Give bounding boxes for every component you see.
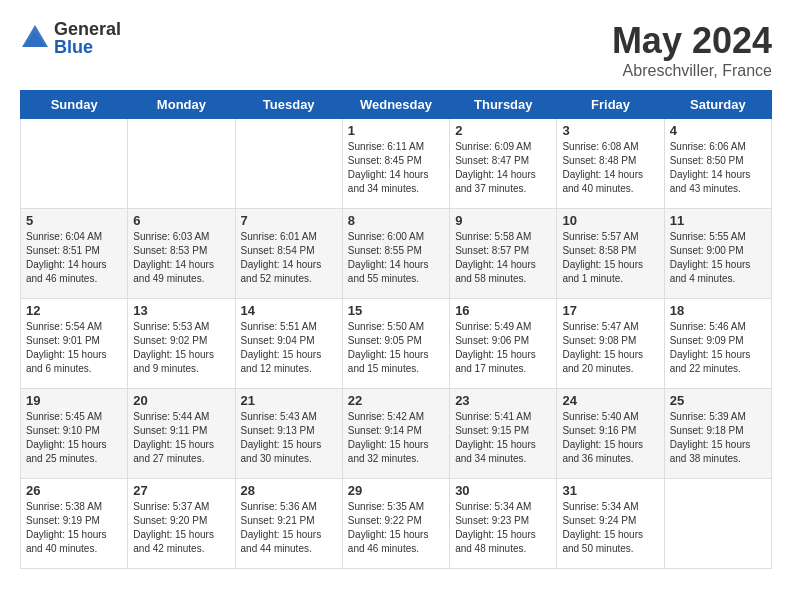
week-row-4: 19Sunrise: 5:45 AMSunset: 9:10 PMDayligh…	[21, 389, 772, 479]
calendar-cell	[21, 119, 128, 209]
day-number: 24	[562, 393, 658, 408]
calendar-cell: 6Sunrise: 6:03 AMSunset: 8:53 PMDaylight…	[128, 209, 235, 299]
calendar-cell	[664, 479, 771, 569]
calendar-cell: 3Sunrise: 6:08 AMSunset: 8:48 PMDaylight…	[557, 119, 664, 209]
day-number: 12	[26, 303, 122, 318]
day-info: Sunrise: 6:11 AMSunset: 8:45 PMDaylight:…	[348, 140, 444, 196]
day-number: 5	[26, 213, 122, 228]
day-info: Sunrise: 5:38 AMSunset: 9:19 PMDaylight:…	[26, 500, 122, 556]
day-number: 25	[670, 393, 766, 408]
day-number: 31	[562, 483, 658, 498]
day-info: Sunrise: 5:37 AMSunset: 9:20 PMDaylight:…	[133, 500, 229, 556]
calendar-cell: 10Sunrise: 5:57 AMSunset: 8:58 PMDayligh…	[557, 209, 664, 299]
day-number: 3	[562, 123, 658, 138]
day-number: 26	[26, 483, 122, 498]
calendar-cell: 27Sunrise: 5:37 AMSunset: 9:20 PMDayligh…	[128, 479, 235, 569]
day-info: Sunrise: 5:39 AMSunset: 9:18 PMDaylight:…	[670, 410, 766, 466]
calendar-cell: 5Sunrise: 6:04 AMSunset: 8:51 PMDaylight…	[21, 209, 128, 299]
day-header-tuesday: Tuesday	[235, 91, 342, 119]
day-number: 30	[455, 483, 551, 498]
calendar-cell: 24Sunrise: 5:40 AMSunset: 9:16 PMDayligh…	[557, 389, 664, 479]
day-info: Sunrise: 5:49 AMSunset: 9:06 PMDaylight:…	[455, 320, 551, 376]
day-number: 16	[455, 303, 551, 318]
calendar-cell: 29Sunrise: 5:35 AMSunset: 9:22 PMDayligh…	[342, 479, 449, 569]
title-block: May 2024 Abreschviller, France	[612, 20, 772, 80]
calendar-cell: 14Sunrise: 5:51 AMSunset: 9:04 PMDayligh…	[235, 299, 342, 389]
day-info: Sunrise: 5:34 AMSunset: 9:24 PMDaylight:…	[562, 500, 658, 556]
day-number: 18	[670, 303, 766, 318]
day-info: Sunrise: 5:47 AMSunset: 9:08 PMDaylight:…	[562, 320, 658, 376]
day-number: 17	[562, 303, 658, 318]
day-number: 1	[348, 123, 444, 138]
day-info: Sunrise: 5:35 AMSunset: 9:22 PMDaylight:…	[348, 500, 444, 556]
header-row: SundayMondayTuesdayWednesdayThursdayFrid…	[21, 91, 772, 119]
calendar-cell: 28Sunrise: 5:36 AMSunset: 9:21 PMDayligh…	[235, 479, 342, 569]
day-info: Sunrise: 5:34 AMSunset: 9:23 PMDaylight:…	[455, 500, 551, 556]
day-number: 7	[241, 213, 337, 228]
day-info: Sunrise: 5:54 AMSunset: 9:01 PMDaylight:…	[26, 320, 122, 376]
day-info: Sunrise: 6:06 AMSunset: 8:50 PMDaylight:…	[670, 140, 766, 196]
day-info: Sunrise: 5:42 AMSunset: 9:14 PMDaylight:…	[348, 410, 444, 466]
calendar-cell	[235, 119, 342, 209]
day-number: 14	[241, 303, 337, 318]
calendar-cell: 19Sunrise: 5:45 AMSunset: 9:10 PMDayligh…	[21, 389, 128, 479]
day-number: 2	[455, 123, 551, 138]
subtitle: Abreschviller, France	[612, 62, 772, 80]
calendar-cell: 21Sunrise: 5:43 AMSunset: 9:13 PMDayligh…	[235, 389, 342, 479]
day-info: Sunrise: 6:09 AMSunset: 8:47 PMDaylight:…	[455, 140, 551, 196]
calendar-cell: 4Sunrise: 6:06 AMSunset: 8:50 PMDaylight…	[664, 119, 771, 209]
calendar-cell: 31Sunrise: 5:34 AMSunset: 9:24 PMDayligh…	[557, 479, 664, 569]
day-info: Sunrise: 5:41 AMSunset: 9:15 PMDaylight:…	[455, 410, 551, 466]
day-info: Sunrise: 5:43 AMSunset: 9:13 PMDaylight:…	[241, 410, 337, 466]
day-info: Sunrise: 5:50 AMSunset: 9:05 PMDaylight:…	[348, 320, 444, 376]
day-header-friday: Friday	[557, 91, 664, 119]
page-header: General Blue May 2024 Abreschviller, Fra…	[20, 20, 772, 80]
day-info: Sunrise: 6:00 AMSunset: 8:55 PMDaylight:…	[348, 230, 444, 286]
calendar-cell: 30Sunrise: 5:34 AMSunset: 9:23 PMDayligh…	[450, 479, 557, 569]
calendar-cell: 13Sunrise: 5:53 AMSunset: 9:02 PMDayligh…	[128, 299, 235, 389]
day-info: Sunrise: 5:40 AMSunset: 9:16 PMDaylight:…	[562, 410, 658, 466]
calendar-cell: 1Sunrise: 6:11 AMSunset: 8:45 PMDaylight…	[342, 119, 449, 209]
day-header-sunday: Sunday	[21, 91, 128, 119]
calendar-cell: 23Sunrise: 5:41 AMSunset: 9:15 PMDayligh…	[450, 389, 557, 479]
logo-general: General	[54, 20, 121, 38]
day-info: Sunrise: 6:01 AMSunset: 8:54 PMDaylight:…	[241, 230, 337, 286]
calendar-cell: 26Sunrise: 5:38 AMSunset: 9:19 PMDayligh…	[21, 479, 128, 569]
day-header-wednesday: Wednesday	[342, 91, 449, 119]
calendar-cell: 12Sunrise: 5:54 AMSunset: 9:01 PMDayligh…	[21, 299, 128, 389]
week-row-1: 1Sunrise: 6:11 AMSunset: 8:45 PMDaylight…	[21, 119, 772, 209]
main-title: May 2024	[612, 20, 772, 62]
day-number: 9	[455, 213, 551, 228]
calendar-table: SundayMondayTuesdayWednesdayThursdayFrid…	[20, 90, 772, 569]
day-header-thursday: Thursday	[450, 91, 557, 119]
calendar-cell: 22Sunrise: 5:42 AMSunset: 9:14 PMDayligh…	[342, 389, 449, 479]
day-info: Sunrise: 5:46 AMSunset: 9:09 PMDaylight:…	[670, 320, 766, 376]
day-info: Sunrise: 5:57 AMSunset: 8:58 PMDaylight:…	[562, 230, 658, 286]
calendar-cell: 2Sunrise: 6:09 AMSunset: 8:47 PMDaylight…	[450, 119, 557, 209]
calendar-cell: 20Sunrise: 5:44 AMSunset: 9:11 PMDayligh…	[128, 389, 235, 479]
week-row-5: 26Sunrise: 5:38 AMSunset: 9:19 PMDayligh…	[21, 479, 772, 569]
day-number: 23	[455, 393, 551, 408]
calendar-cell: 7Sunrise: 6:01 AMSunset: 8:54 PMDaylight…	[235, 209, 342, 299]
day-number: 29	[348, 483, 444, 498]
day-number: 13	[133, 303, 229, 318]
calendar-cell: 16Sunrise: 5:49 AMSunset: 9:06 PMDayligh…	[450, 299, 557, 389]
calendar-cell: 11Sunrise: 5:55 AMSunset: 9:00 PMDayligh…	[664, 209, 771, 299]
day-number: 28	[241, 483, 337, 498]
calendar-cell: 15Sunrise: 5:50 AMSunset: 9:05 PMDayligh…	[342, 299, 449, 389]
logo-icon	[20, 23, 50, 53]
calendar-cell: 25Sunrise: 5:39 AMSunset: 9:18 PMDayligh…	[664, 389, 771, 479]
day-number: 4	[670, 123, 766, 138]
week-row-3: 12Sunrise: 5:54 AMSunset: 9:01 PMDayligh…	[21, 299, 772, 389]
day-info: Sunrise: 6:04 AMSunset: 8:51 PMDaylight:…	[26, 230, 122, 286]
day-info: Sunrise: 5:58 AMSunset: 8:57 PMDaylight:…	[455, 230, 551, 286]
day-number: 10	[562, 213, 658, 228]
day-number: 27	[133, 483, 229, 498]
calendar-cell: 8Sunrise: 6:00 AMSunset: 8:55 PMDaylight…	[342, 209, 449, 299]
day-number: 11	[670, 213, 766, 228]
day-info: Sunrise: 5:51 AMSunset: 9:04 PMDaylight:…	[241, 320, 337, 376]
day-info: Sunrise: 5:44 AMSunset: 9:11 PMDaylight:…	[133, 410, 229, 466]
day-number: 6	[133, 213, 229, 228]
day-number: 15	[348, 303, 444, 318]
day-info: Sunrise: 5:45 AMSunset: 9:10 PMDaylight:…	[26, 410, 122, 466]
